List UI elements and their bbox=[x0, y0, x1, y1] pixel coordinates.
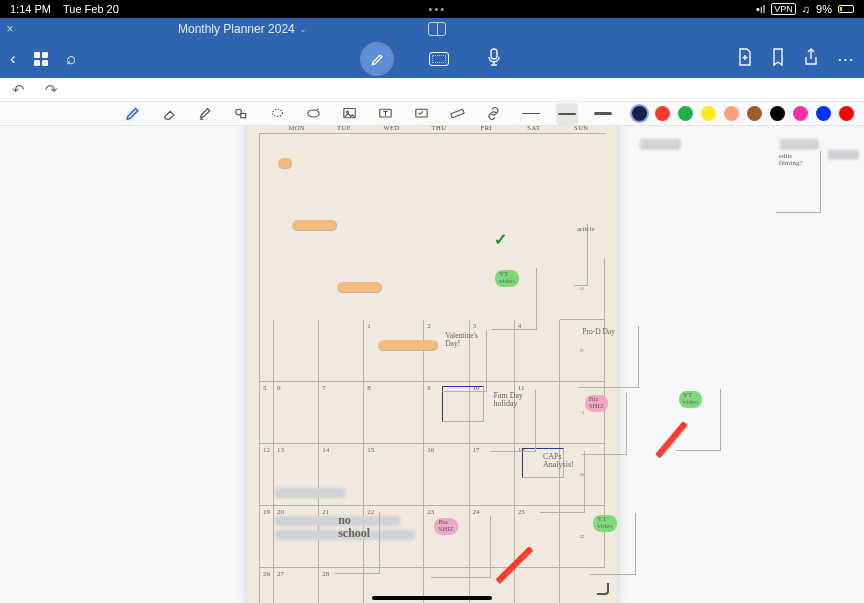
undo-row: ↶ ↷ bbox=[0, 78, 864, 102]
document-title: Monthly Planner 2024 bbox=[178, 22, 295, 36]
calendar-cell[interactable]: 1 bbox=[364, 320, 424, 382]
share-button[interactable] bbox=[803, 48, 819, 71]
image-tool[interactable] bbox=[340, 105, 358, 123]
calendar-cell[interactable] bbox=[260, 320, 274, 382]
more-button[interactable]: ⋯ bbox=[837, 49, 854, 70]
svg-rect-2 bbox=[240, 114, 245, 118]
day-of-week-row: MONTUEWEDTHUFRISATSUN bbox=[259, 126, 605, 131]
calendar-cell[interactable] bbox=[319, 320, 364, 382]
add-page-button[interactable] bbox=[737, 48, 753, 71]
ruler-tool[interactable] bbox=[448, 105, 466, 123]
entry-sun4: article bbox=[574, 224, 588, 286]
svg-point-3 bbox=[272, 109, 282, 116]
mic-button[interactable] bbox=[487, 48, 501, 70]
undo-button[interactable]: ↶ bbox=[12, 81, 25, 99]
planner-page[interactable]: FEBRUARY JANFEBMARAPRMAYJUNJULAUGSEPOCTN… bbox=[247, 126, 617, 603]
close-button[interactable]: × bbox=[0, 22, 20, 36]
entry-mon19: Fam Day holiday bbox=[491, 390, 536, 452]
bookmark-button[interactable] bbox=[771, 48, 785, 71]
stroke-thickness bbox=[520, 103, 614, 125]
link-tool[interactable] bbox=[484, 105, 502, 123]
entry-tue20: Biz SHIZ bbox=[585, 395, 609, 412]
shape-tool[interactable] bbox=[232, 105, 250, 123]
thickness-thick[interactable] bbox=[592, 103, 614, 125]
resize-handle[interactable] bbox=[593, 579, 609, 595]
canvas[interactable]: FEBRUARY JANFEBMARAPRMAYJUNJULAUGSEPOCTN… bbox=[0, 126, 864, 603]
redacted-text bbox=[828, 150, 858, 159]
dow-label: SAT bbox=[510, 126, 557, 131]
color-swatch-6[interactable] bbox=[770, 106, 785, 121]
svg-rect-9 bbox=[450, 109, 463, 117]
keyboard-button[interactable] bbox=[429, 52, 449, 66]
multitask-dots-icon[interactable]: ••• bbox=[429, 3, 447, 15]
chevron-down-icon: ⌄ bbox=[299, 24, 307, 34]
home-indicator[interactable] bbox=[372, 596, 492, 600]
color-swatch-4[interactable] bbox=[724, 106, 739, 121]
entry-mon26: no school bbox=[335, 512, 380, 574]
thickness-medium[interactable] bbox=[556, 103, 578, 125]
calendar-cell[interactable]: 7 bbox=[319, 382, 364, 444]
highlight-band bbox=[278, 158, 292, 169]
tool-strip bbox=[0, 102, 864, 126]
redacted-text bbox=[780, 139, 818, 149]
status-bar: 1:14 PM Tue Feb 20 ••• •ıl VPN ♫ 9% bbox=[0, 0, 864, 18]
calendar-cell[interactable]: 12 bbox=[260, 444, 274, 506]
calendar-cell[interactable]: 19 bbox=[260, 506, 274, 568]
dow-label: MON bbox=[273, 126, 320, 131]
calendar-cell[interactable]: 8 bbox=[364, 382, 424, 444]
color-swatch-7[interactable] bbox=[793, 106, 808, 121]
color-swatch-5[interactable] bbox=[747, 106, 762, 121]
color-palette bbox=[632, 106, 854, 121]
calendar-cell[interactable]: 15 bbox=[364, 444, 424, 506]
entry-thu29: YT video bbox=[593, 515, 617, 532]
dow-label: TUE bbox=[320, 126, 367, 131]
pencil-icon bbox=[370, 52, 385, 67]
calendar-cell[interactable]: 26 bbox=[260, 568, 274, 603]
thumbnails-button[interactable] bbox=[34, 52, 48, 66]
lasso-tool[interactable] bbox=[268, 105, 286, 123]
eraser-tool[interactable] bbox=[160, 105, 178, 123]
calendar-cell[interactable]: 27 bbox=[274, 568, 319, 603]
entry-fri16: Pro-D Day bbox=[579, 326, 639, 388]
dow-label: THU bbox=[415, 126, 462, 131]
edit-mode-button[interactable] bbox=[363, 45, 391, 73]
color-swatch-2[interactable] bbox=[678, 106, 693, 121]
bookmark-icon bbox=[771, 48, 785, 66]
calendar-cell[interactable]: 5 bbox=[260, 382, 274, 444]
vpn-badge: VPN bbox=[771, 3, 796, 15]
thickness-thin[interactable] bbox=[520, 103, 542, 125]
color-swatch-8[interactable] bbox=[816, 106, 831, 121]
color-swatch-3[interactable] bbox=[701, 106, 716, 121]
entry-tue27: Biz SHIZ bbox=[434, 518, 458, 535]
dow-label: WED bbox=[368, 126, 415, 131]
color-swatch-1[interactable] bbox=[655, 106, 670, 121]
calendar-cell[interactable] bbox=[515, 568, 560, 603]
entry-wed21: YT video bbox=[679, 391, 703, 408]
svg-point-4 bbox=[307, 110, 318, 117]
redacted-text bbox=[275, 488, 345, 498]
calendar-cell[interactable]: 16 bbox=[424, 444, 469, 506]
entry-fri2: edits filming? bbox=[776, 151, 821, 213]
pen-tool[interactable] bbox=[124, 105, 142, 123]
color-swatch-0[interactable] bbox=[632, 106, 647, 121]
status-date: Tue Feb 20 bbox=[63, 3, 119, 15]
highlighter-tool[interactable] bbox=[196, 105, 214, 123]
split-view-icon[interactable] bbox=[428, 22, 446, 36]
redacted-text bbox=[640, 139, 680, 149]
ellipse-tool[interactable] bbox=[304, 105, 322, 123]
search-button[interactable]: ⌕ bbox=[66, 49, 76, 69]
color-swatch-9[interactable] bbox=[839, 106, 854, 121]
calendar-cell[interactable]: 6 bbox=[274, 382, 319, 444]
calendar-cell[interactable]: 17 bbox=[470, 444, 515, 506]
share-icon bbox=[803, 48, 819, 66]
highlight-band bbox=[292, 220, 337, 231]
drawing-tools bbox=[124, 105, 502, 123]
calendar-cell[interactable] bbox=[274, 320, 319, 382]
text-tool[interactable] bbox=[376, 105, 394, 123]
redo-button[interactable]: ↷ bbox=[45, 81, 58, 99]
highlight-band bbox=[337, 282, 382, 293]
elements-tool[interactable] bbox=[412, 105, 430, 123]
back-button[interactable]: ‹ bbox=[10, 49, 16, 69]
title-bar: × Monthly Planner 2024 ⌄ bbox=[0, 18, 864, 40]
document-title-menu[interactable]: Monthly Planner 2024 ⌄ bbox=[178, 22, 307, 36]
